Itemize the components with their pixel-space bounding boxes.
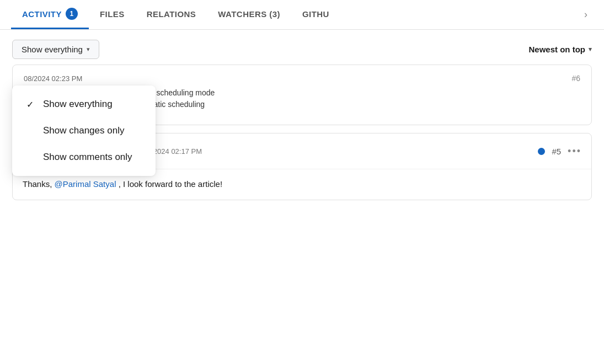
comment-body-suffix: , I look forward to the article! [116,179,222,189]
tab-watchers[interactable]: WATCHERS (3) [207,2,291,28]
tab-files[interactable]: FILES [89,2,136,28]
sort-dropdown-button[interactable]: Newest on top ▾ [528,45,592,54]
comment-mention[interactable]: @Parimal Satyal [55,179,116,189]
dropdown-item-show-comments-only[interactable]: Show comments only [12,144,156,170]
tab-files-label: FILES [100,9,125,19]
tab-activity[interactable]: ACTIVITY 1 [11,0,89,29]
filter-dropdown-button[interactable]: Show everything ▾ [12,40,99,59]
tab-github-label: GITHU [302,9,329,19]
more-options-button[interactable]: ••• [568,146,581,157]
tab-relations-label: RELATIONS [147,9,196,19]
tab-github[interactable]: GITHU [291,2,340,28]
dropdown-item-show-changes-only[interactable]: Show changes only [12,117,156,144]
comment-number: #5 [552,147,561,156]
tabs-bar: ACTIVITY 1 FILES RELATIONS WATCHERS (3) … [0,0,604,30]
check-icon: ✓ [24,99,35,110]
dropdown-item-label: Show everything [43,99,113,110]
entry-header: 08/2024 02:23 PM #6 [24,74,580,83]
dropdown-item-show-everything[interactable]: ✓ Show everything [12,91,156,117]
toolbar: Show everything ▾ Newest on top ▾ [0,30,604,65]
tab-activity-badge: 1 [66,8,78,20]
empty-check-icon-2 [24,152,35,162]
filter-dropdown: ✓ Show everything Show changes only Show… [12,85,156,176]
entry-date: 08/2024 02:23 PM [24,74,82,83]
tab-relations[interactable]: RELATIONS [136,2,207,28]
filter-label: Show everything [22,45,83,54]
dropdown-item-label: Show changes only [43,125,124,136]
sort-label: Newest on top [528,45,585,54]
filter-chevron-icon: ▾ [87,46,90,53]
tab-activity-label: ACTIVITY [22,9,62,19]
comment-actions: #5 ••• [538,146,581,157]
entry-number: #6 [571,74,580,83]
comment-body-prefix: Thanks, [23,179,55,189]
tab-watchers-label: WATCHERS (3) [218,9,280,19]
tabs-scroll-right[interactable]: › [579,1,593,28]
sort-chevron-icon: ▾ [589,46,592,53]
unread-indicator [538,148,545,155]
empty-check-icon [24,126,35,136]
dropdown-item-label: Show comments only [43,152,132,163]
